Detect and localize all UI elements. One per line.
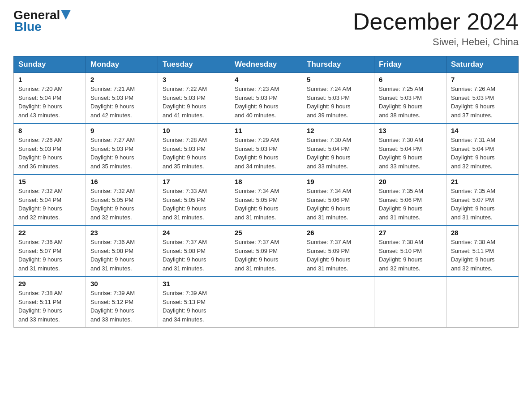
day-number: 29	[18, 280, 81, 287]
day-info: Sunrise: 7:31 AM Sunset: 5:04 PM Dayligh…	[451, 137, 495, 170]
calendar-week-row: 22 Sunrise: 7:36 AM Sunset: 5:07 PM Dayl…	[14, 226, 519, 277]
day-number: 21	[451, 178, 514, 185]
day-number: 28	[451, 229, 514, 236]
calendar-cell: 24 Sunrise: 7:37 AM Sunset: 5:08 PM Dayl…	[158, 226, 230, 277]
day-number: 15	[18, 178, 81, 185]
calendar-week-row: 29 Sunrise: 7:38 AM Sunset: 5:11 PM Dayl…	[14, 277, 519, 328]
calendar-cell: 17 Sunrise: 7:33 AM Sunset: 5:05 PM Dayl…	[158, 175, 230, 226]
day-info: Sunrise: 7:33 AM Sunset: 5:05 PM Dayligh…	[163, 188, 207, 221]
day-number: 9	[90, 127, 153, 134]
calendar-cell: 7 Sunrise: 7:26 AM Sunset: 5:03 PM Dayli…	[446, 73, 519, 124]
day-info: Sunrise: 7:25 AM Sunset: 5:03 PM Dayligh…	[379, 86, 423, 119]
calendar-cell: 10 Sunrise: 7:28 AM Sunset: 5:03 PM Dayl…	[158, 124, 230, 175]
day-number: 11	[235, 127, 297, 134]
calendar-cell: 8 Sunrise: 7:26 AM Sunset: 5:03 PM Dayli…	[14, 124, 86, 175]
calendar-cell: 27 Sunrise: 7:38 AM Sunset: 5:10 PM Dayl…	[374, 226, 446, 277]
day-info: Sunrise: 7:37 AM Sunset: 5:08 PM Dayligh…	[163, 239, 207, 272]
day-info: Sunrise: 7:21 AM Sunset: 5:03 PM Dayligh…	[90, 86, 135, 119]
calendar-cell: 9 Sunrise: 7:27 AM Sunset: 5:03 PM Dayli…	[86, 124, 158, 175]
day-info: Sunrise: 7:35 AM Sunset: 5:07 PM Dayligh…	[451, 188, 495, 221]
day-number: 24	[163, 229, 225, 236]
month-title: December 2024	[353, 9, 519, 34]
calendar-cell	[302, 277, 374, 328]
calendar-cell	[230, 277, 302, 328]
day-info: Sunrise: 7:28 AM Sunset: 5:03 PM Dayligh…	[163, 137, 207, 170]
day-number: 1	[18, 76, 81, 83]
day-number: 4	[235, 76, 297, 83]
calendar-cell: 20 Sunrise: 7:35 AM Sunset: 5:06 PM Dayl…	[374, 175, 446, 226]
day-number: 10	[163, 127, 225, 134]
day-info: Sunrise: 7:37 AM Sunset: 5:09 PM Dayligh…	[235, 239, 279, 272]
day-number: 23	[90, 229, 153, 236]
day-number: 13	[379, 127, 442, 134]
calendar-table: SundayMondayTuesdayWednesdayThursdayFrid…	[13, 56, 519, 328]
calendar-cell: 11 Sunrise: 7:29 AM Sunset: 5:03 PM Dayl…	[230, 124, 302, 175]
day-number: 14	[451, 127, 514, 134]
calendar-cell: 5 Sunrise: 7:24 AM Sunset: 5:03 PM Dayli…	[302, 73, 374, 124]
day-info: Sunrise: 7:27 AM Sunset: 5:03 PM Dayligh…	[90, 137, 135, 170]
header-wednesday: Wednesday	[230, 56, 302, 73]
day-info: Sunrise: 7:20 AM Sunset: 5:04 PM Dayligh…	[18, 86, 63, 119]
day-number: 25	[235, 229, 297, 236]
calendar-cell: 25 Sunrise: 7:37 AM Sunset: 5:09 PM Dayl…	[230, 226, 302, 277]
logo-arrow-icon	[61, 10, 71, 20]
day-info: Sunrise: 7:34 AM Sunset: 5:06 PM Dayligh…	[307, 188, 351, 221]
calendar-cell: 4 Sunrise: 7:23 AM Sunset: 5:03 PM Dayli…	[230, 73, 302, 124]
calendar-week-row: 15 Sunrise: 7:32 AM Sunset: 5:04 PM Dayl…	[14, 175, 519, 226]
svg-marker-0	[61, 10, 71, 20]
day-info: Sunrise: 7:29 AM Sunset: 5:03 PM Dayligh…	[235, 137, 279, 170]
day-info: Sunrise: 7:36 AM Sunset: 5:07 PM Dayligh…	[18, 239, 63, 272]
calendar-cell: 14 Sunrise: 7:31 AM Sunset: 5:04 PM Dayl…	[446, 124, 519, 175]
calendar-cell: 22 Sunrise: 7:36 AM Sunset: 5:07 PM Dayl…	[14, 226, 86, 277]
day-info: Sunrise: 7:22 AM Sunset: 5:03 PM Dayligh…	[163, 86, 207, 119]
calendar-cell: 18 Sunrise: 7:34 AM Sunset: 5:05 PM Dayl…	[230, 175, 302, 226]
day-number: 7	[451, 76, 514, 83]
calendar-cell	[374, 277, 446, 328]
day-info: Sunrise: 7:26 AM Sunset: 5:03 PM Dayligh…	[18, 137, 63, 170]
calendar-cell: 1 Sunrise: 7:20 AM Sunset: 5:04 PM Dayli…	[14, 73, 86, 124]
calendar-cell: 31 Sunrise: 7:39 AM Sunset: 5:13 PM Dayl…	[158, 277, 230, 328]
day-number: 20	[379, 178, 442, 185]
day-info: Sunrise: 7:30 AM Sunset: 5:04 PM Dayligh…	[307, 137, 351, 170]
day-info: Sunrise: 7:23 AM Sunset: 5:03 PM Dayligh…	[235, 86, 279, 119]
header-tuesday: Tuesday	[158, 56, 230, 73]
calendar-cell: 13 Sunrise: 7:30 AM Sunset: 5:04 PM Dayl…	[374, 124, 446, 175]
calendar-cell: 19 Sunrise: 7:34 AM Sunset: 5:06 PM Dayl…	[302, 175, 374, 226]
calendar-cell	[446, 277, 519, 328]
day-info: Sunrise: 7:36 AM Sunset: 5:08 PM Dayligh…	[90, 239, 135, 272]
day-number: 26	[307, 229, 369, 236]
calendar-cell: 23 Sunrise: 7:36 AM Sunset: 5:08 PM Dayl…	[86, 226, 158, 277]
day-info: Sunrise: 7:38 AM Sunset: 5:11 PM Dayligh…	[18, 290, 63, 323]
calendar-week-row: 8 Sunrise: 7:26 AM Sunset: 5:03 PM Dayli…	[14, 124, 519, 175]
calendar-cell: 15 Sunrise: 7:32 AM Sunset: 5:04 PM Dayl…	[14, 175, 86, 226]
calendar-cell: 6 Sunrise: 7:25 AM Sunset: 5:03 PM Dayli…	[374, 73, 446, 124]
day-info: Sunrise: 7:34 AM Sunset: 5:05 PM Dayligh…	[235, 188, 279, 221]
day-number: 18	[235, 178, 297, 185]
day-info: Sunrise: 7:39 AM Sunset: 5:13 PM Dayligh…	[163, 290, 207, 323]
calendar-cell: 29 Sunrise: 7:38 AM Sunset: 5:11 PM Dayl…	[14, 277, 86, 328]
day-info: Sunrise: 7:26 AM Sunset: 5:03 PM Dayligh…	[451, 86, 495, 119]
day-number: 30	[90, 280, 153, 287]
calendar-cell: 3 Sunrise: 7:22 AM Sunset: 5:03 PM Dayli…	[158, 73, 230, 124]
day-number: 17	[163, 178, 225, 185]
day-number: 3	[163, 76, 225, 83]
day-number: 8	[18, 127, 81, 134]
calendar-week-row: 1 Sunrise: 7:20 AM Sunset: 5:04 PM Dayli…	[14, 73, 519, 124]
day-number: 19	[307, 178, 369, 185]
day-info: Sunrise: 7:32 AM Sunset: 5:04 PM Dayligh…	[18, 188, 63, 221]
day-info: Sunrise: 7:32 AM Sunset: 5:05 PM Dayligh…	[90, 188, 135, 221]
day-number: 2	[90, 76, 153, 83]
day-info: Sunrise: 7:24 AM Sunset: 5:03 PM Dayligh…	[307, 86, 351, 119]
day-number: 16	[90, 178, 153, 185]
calendar-cell: 28 Sunrise: 7:38 AM Sunset: 5:11 PM Dayl…	[446, 226, 519, 277]
header-saturday: Saturday	[446, 56, 519, 73]
day-number: 22	[18, 229, 81, 236]
day-number: 6	[379, 76, 442, 83]
logo-blue-text: Blue	[14, 20, 71, 34]
day-info: Sunrise: 7:37 AM Sunset: 5:09 PM Dayligh…	[307, 239, 351, 272]
calendar-cell: 16 Sunrise: 7:32 AM Sunset: 5:05 PM Dayl…	[86, 175, 158, 226]
day-number: 31	[163, 280, 225, 287]
calendar-cell: 2 Sunrise: 7:21 AM Sunset: 5:03 PM Dayli…	[86, 73, 158, 124]
calendar-cell: 21 Sunrise: 7:35 AM Sunset: 5:07 PM Dayl…	[446, 175, 519, 226]
day-number: 5	[307, 76, 369, 83]
